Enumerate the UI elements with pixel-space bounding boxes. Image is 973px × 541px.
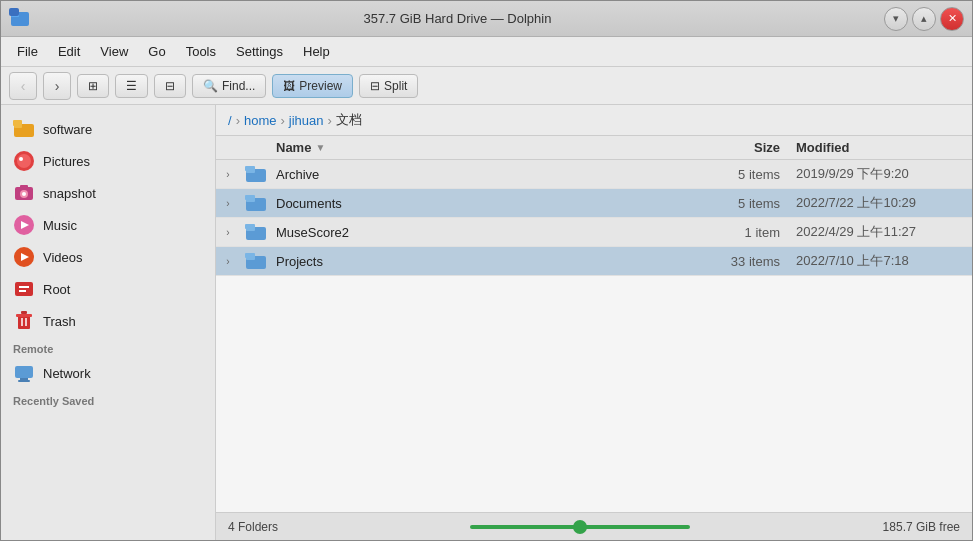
svg-rect-21: [16, 314, 32, 317]
breadcrumb-sep-1: ›: [236, 113, 240, 128]
svg-rect-25: [15, 366, 33, 378]
zoom-thumb[interactable]: [573, 520, 587, 534]
svg-point-11: [22, 192, 26, 196]
expand-archive[interactable]: ›: [216, 169, 240, 180]
sidebar-item-root[interactable]: Root: [1, 273, 215, 305]
preview-label: Preview: [299, 79, 342, 93]
breadcrumb-current: 文档: [336, 111, 362, 129]
file-name-documents: Documents: [272, 196, 692, 211]
header-name-label: Name: [276, 140, 311, 155]
file-size-archive: 5 items: [692, 167, 792, 182]
sidebar: software Pictures snapshot: [1, 105, 216, 540]
file-modified-documents: 2022/7/22 上午10:29: [792, 194, 972, 212]
sidebar-item-snapshot[interactable]: snapshot: [1, 177, 215, 209]
find-label: Find...: [222, 79, 255, 93]
close-button[interactable]: ✕: [940, 7, 964, 31]
svg-rect-20: [18, 315, 30, 329]
table-row[interactable]: › Projects 33 items 2022/7/10 上午7:18: [216, 247, 972, 276]
view-columns-button[interactable]: ⊟: [154, 74, 186, 98]
sidebar-item-network[interactable]: Network: [1, 357, 215, 389]
table-row[interactable]: › Archive 5 items 2019/9/29 下午9:20: [216, 160, 972, 189]
header-modified[interactable]: Modified: [792, 140, 972, 155]
breadcrumb-sep-3: ›: [328, 113, 332, 128]
file-size-musescore2: 1 item: [692, 225, 792, 240]
svg-rect-30: [245, 166, 255, 171]
find-button[interactable]: 🔍 Find...: [192, 74, 266, 98]
sort-icon: ▼: [315, 142, 325, 153]
svg-point-8: [19, 157, 23, 161]
free-space: 185.7 GiB free: [883, 520, 960, 534]
menu-edit[interactable]: Edit: [50, 41, 88, 62]
header-size-label: Size: [754, 140, 780, 155]
table-row[interactable]: › Documents 5 items 2022/7/22 上午10:29: [216, 189, 972, 218]
folder-icon-musescore2: [240, 222, 272, 242]
menu-file[interactable]: File: [9, 41, 46, 62]
svg-rect-19: [19, 290, 26, 292]
svg-rect-27: [18, 380, 30, 382]
preview-icon: 🖼: [283, 79, 295, 93]
menu-bar: File Edit View Go Tools Settings Help: [1, 37, 972, 67]
expand-documents[interactable]: ›: [216, 198, 240, 209]
sidebar-label-music: Music: [43, 218, 77, 233]
menu-go[interactable]: Go: [140, 41, 173, 62]
breadcrumb-jihuan[interactable]: jihuan: [289, 113, 324, 128]
folder-icon-documents: [240, 193, 272, 213]
file-size-projects: 33 items: [692, 254, 792, 269]
sidebar-item-software[interactable]: software: [1, 113, 215, 145]
main-window: 357.7 GiB Hard Drive — Dolphin ▾ ▴ ✕ Fil…: [0, 0, 973, 541]
maximize-button[interactable]: ▴: [912, 7, 936, 31]
header-modified-label: Modified: [796, 140, 849, 155]
view-icons-button[interactable]: ⊞: [77, 74, 109, 98]
forward-button[interactable]: ›: [43, 72, 71, 100]
svg-rect-2: [9, 8, 19, 16]
file-list-header: Name ▼ Size Modified: [216, 136, 972, 160]
expand-projects[interactable]: ›: [216, 256, 240, 267]
header-name[interactable]: Name ▼: [272, 140, 692, 155]
breadcrumb-sep-2: ›: [281, 113, 285, 128]
sidebar-label-videos: Videos: [43, 250, 83, 265]
svg-rect-5: [13, 120, 22, 126]
minimize-button[interactable]: ▾: [884, 7, 908, 31]
folder-icon-archive: [240, 164, 272, 184]
folder-icon-projects: [240, 251, 272, 271]
svg-rect-33: [245, 195, 255, 200]
menu-view[interactable]: View: [92, 41, 136, 62]
file-name-archive: Archive: [272, 167, 692, 182]
svg-rect-36: [245, 224, 255, 229]
sidebar-label-root: Root: [43, 282, 70, 297]
videos-icon: [13, 246, 35, 268]
back-button[interactable]: ‹: [9, 72, 37, 100]
window-title: 357.7 GiB Hard Drive — Dolphin: [31, 11, 884, 26]
sidebar-item-videos[interactable]: Videos: [1, 241, 215, 273]
file-modified-projects: 2022/7/10 上午7:18: [792, 252, 972, 270]
split-button[interactable]: ⊟ Split: [359, 74, 418, 98]
folder-count: 4 Folders: [228, 520, 278, 534]
root-icon: [13, 278, 35, 300]
sidebar-item-trash[interactable]: Trash: [1, 305, 215, 337]
file-modified-musescore2: 2022/4/29 上午11:27: [792, 223, 972, 241]
header-size[interactable]: Size: [692, 140, 792, 155]
svg-rect-26: [20, 378, 28, 380]
network-icon: [13, 362, 35, 384]
sidebar-item-music[interactable]: Music: [1, 209, 215, 241]
menu-help[interactable]: Help: [295, 41, 338, 62]
menu-settings[interactable]: Settings: [228, 41, 291, 62]
file-name-musescore2: MuseScore2: [272, 225, 692, 240]
preview-button[interactable]: 🖼 Preview: [272, 74, 353, 98]
svg-rect-17: [15, 282, 33, 296]
status-bar: 4 Folders 185.7 GiB free: [216, 512, 972, 540]
remote-section-header: Remote: [1, 337, 215, 357]
expand-musescore2[interactable]: ›: [216, 227, 240, 238]
view-details-button[interactable]: ☰: [115, 74, 148, 98]
svg-rect-39: [245, 253, 255, 258]
breadcrumb: / › home › jihuan › 文档: [216, 105, 972, 136]
breadcrumb-root[interactable]: /: [228, 113, 232, 128]
sidebar-label-pictures: Pictures: [43, 154, 90, 169]
sidebar-item-pictures[interactable]: Pictures: [1, 145, 215, 177]
svg-rect-18: [19, 286, 29, 288]
menu-tools[interactable]: Tools: [178, 41, 224, 62]
sidebar-label-network: Network: [43, 366, 91, 381]
breadcrumb-home[interactable]: home: [244, 113, 277, 128]
table-row[interactable]: › MuseScore2 1 item 2022/4/29 上午11:27: [216, 218, 972, 247]
snapshot-icon: [13, 182, 35, 204]
